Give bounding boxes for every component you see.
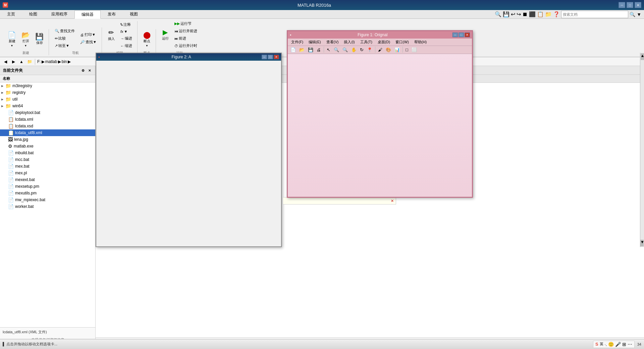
sidebar-close-button[interactable]: ✕ bbox=[87, 67, 93, 73]
fx-button[interactable]: fx ▼ bbox=[118, 28, 135, 35]
goto-button[interactable]: ↗ 转至▼ bbox=[52, 42, 77, 49]
file-mex-pl[interactable]: 📄 mex.pl bbox=[0, 170, 95, 176]
run-button[interactable]: ▶ 运行 bbox=[159, 27, 171, 42]
tool-icon-3[interactable]: ↩ bbox=[511, 11, 515, 17]
file-mexext[interactable]: 📄 mexext.bat bbox=[0, 176, 95, 183]
insert-button[interactable]: ✏ 插入 bbox=[105, 28, 117, 43]
print-button[interactable]: 🖨 打印▼ bbox=[78, 31, 99, 38]
sidebar-menu-button[interactable]: ⚙ bbox=[80, 67, 86, 73]
open-arrow[interactable]: ▼ bbox=[24, 44, 27, 47]
open-button[interactable]: 📂 打开 ▼ bbox=[19, 30, 32, 49]
fig1-menu-file[interactable]: 文件(F) bbox=[290, 39, 305, 45]
new-arrow[interactable]: ▼ bbox=[11, 44, 13, 47]
tab-editor[interactable]: 编辑器 bbox=[74, 10, 101, 19]
expand-arrow-reg[interactable]: ▶ bbox=[1, 91, 3, 94]
file-deploytool[interactable]: 📄 deploytool.bat bbox=[0, 109, 95, 116]
sogou-input-area[interactable]: S 英 ·, 🙂 🎤 ⊞ ⋯ bbox=[593, 341, 635, 348]
advance-button[interactable]: ⏭ 前进 bbox=[172, 35, 200, 42]
nav-path-matlab[interactable]: matlab bbox=[45, 59, 57, 64]
fig1-tool-2d[interactable]: □ bbox=[404, 47, 410, 53]
folder-win64[interactable]: ▶ 📁 win64 bbox=[0, 103, 95, 109]
fig1-tool-new[interactable]: 📄 bbox=[289, 47, 297, 53]
close-button[interactable]: ✕ bbox=[635, 2, 641, 8]
expand-arrow-m3i[interactable]: ▶ bbox=[1, 84, 3, 88]
fig1-menu-desktop[interactable]: 桌面(D) bbox=[376, 39, 391, 45]
save-button[interactable]: 💾 保存 bbox=[33, 32, 46, 47]
compare-button[interactable]: ⇔ 比较 bbox=[52, 35, 77, 42]
fig1-menu-insert[interactable]: 插入(I) bbox=[342, 39, 356, 45]
fig1-tool-zoom-out[interactable]: 🔍 bbox=[341, 47, 349, 53]
tool-icon-7[interactable]: 📋 bbox=[537, 11, 544, 17]
figure2-close[interactable]: ✕ bbox=[274, 55, 279, 59]
figure1-close[interactable]: ✕ bbox=[465, 33, 470, 37]
sogou-more-icon[interactable]: ⋯ bbox=[628, 342, 632, 347]
search-find-button[interactable]: 🔎 查找▼ bbox=[78, 39, 99, 46]
new-button[interactable]: 📄 新建 ▼ bbox=[5, 30, 18, 49]
fig1-tool-datacursor[interactable]: 📍 bbox=[366, 47, 374, 53]
nav-forward-button[interactable]: ▶ bbox=[10, 58, 17, 65]
fig1-tool-brush[interactable]: 🖌 bbox=[377, 47, 384, 53]
nav-path-f[interactable]: F: bbox=[37, 59, 41, 64]
nav-browse-button[interactable]: 📁 bbox=[26, 58, 33, 65]
fig1-tool-pan[interactable]: ✋ bbox=[350, 47, 358, 53]
fig1-tool-cursor[interactable]: ↖ bbox=[325, 47, 332, 53]
tab-publish[interactable]: 发布 bbox=[101, 10, 123, 18]
tool-icon-2[interactable]: 💾 bbox=[503, 11, 509, 17]
nav-back-button[interactable]: ◀ bbox=[2, 58, 9, 65]
fig1-menu-window[interactable]: 窗口(W) bbox=[394, 39, 410, 45]
figure2-minimize[interactable]: ─ bbox=[262, 55, 267, 59]
sogou-face-icon[interactable]: 🙂 bbox=[608, 342, 614, 347]
fig1-tool-colorbar[interactable]: 🎨 bbox=[384, 47, 392, 53]
fig1-tool-3d[interactable]: ⬜ bbox=[410, 47, 418, 53]
file-lcdata-utf8[interactable]: 📋 lcdata_utf8.xml bbox=[0, 129, 95, 136]
file-lena[interactable]: 🖼 lena.jpg bbox=[0, 136, 95, 143]
tool-icon-1[interactable]: 🔍 bbox=[495, 11, 501, 17]
bp-arrow[interactable]: ▼ bbox=[146, 44, 148, 47]
figure2-scrollbar[interactable]: ▲ ▼ bbox=[640, 53, 644, 247]
run-section-button[interactable]: ▶▶ 运行节 bbox=[172, 20, 200, 27]
tool-icon-5[interactable]: ⏹ bbox=[522, 11, 528, 17]
fig1-tool-print[interactable]: 🖨 bbox=[315, 47, 322, 53]
maximize-button[interactable]: □ bbox=[627, 2, 633, 8]
sogou-mic-icon[interactable]: 🎤 bbox=[615, 342, 621, 347]
file-mbuild[interactable]: 📄 mbuild.bat bbox=[0, 150, 95, 156]
scroll-thumb-down[interactable]: ▼ bbox=[640, 240, 644, 246]
file-mex-bat[interactable]: 📄 mex.bat bbox=[0, 163, 95, 170]
folder-util[interactable]: ▶ 📁 util bbox=[0, 96, 95, 103]
folder-registry[interactable]: ▶ 📁 registry bbox=[0, 89, 95, 96]
expand-arrow-win64[interactable]: ▶ bbox=[1, 105, 3, 108]
search-input[interactable] bbox=[561, 11, 628, 18]
figure1-minimize[interactable]: ─ bbox=[452, 33, 458, 37]
minimize-button[interactable]: ─ bbox=[619, 2, 625, 8]
tooltip-close[interactable]: ✕ bbox=[391, 199, 394, 203]
fig1-tool-save[interactable]: 💾 bbox=[307, 47, 315, 53]
file-mexutils[interactable]: 📄 mexutils.pm bbox=[0, 190, 95, 196]
find-file-button[interactable]: 🔍 查找文件 bbox=[52, 27, 77, 35]
tab-apps[interactable]: 应用程序 bbox=[44, 10, 74, 18]
fig1-tool-open[interactable]: 📂 bbox=[298, 47, 306, 53]
fig1-tool-legend[interactable]: 📊 bbox=[393, 47, 401, 53]
expand-arrow-util[interactable]: ▶ bbox=[1, 98, 3, 101]
comment-button[interactable]: % 注释 bbox=[118, 21, 135, 28]
tool-icon-6[interactable]: ⬛ bbox=[529, 11, 536, 17]
sogou-table-icon[interactable]: ⊞ bbox=[622, 342, 626, 347]
figure2-maximize[interactable]: □ bbox=[268, 55, 273, 59]
tab-plot[interactable]: 绘图 bbox=[22, 10, 44, 18]
search-go-icon[interactable]: 🔍 bbox=[630, 12, 635, 17]
folder-m3iregistry[interactable]: ▶ 📁 m3iregistry bbox=[0, 82, 95, 89]
file-matlab-exe[interactable]: ⚙ matlab.exe bbox=[0, 143, 95, 150]
file-lcdata-xsd[interactable]: 📋 lcdata.xsd bbox=[0, 123, 95, 129]
fig1-tool-zoom-in[interactable]: 🔍 bbox=[332, 47, 340, 53]
run-time-button[interactable]: ⏱ 运行并计时 bbox=[172, 42, 200, 49]
fig1-tool-rotate[interactable]: ↻ bbox=[359, 47, 365, 53]
indent-in-button[interactable]: → 编进 bbox=[118, 35, 135, 42]
fig1-menu-tools[interactable]: 工具(T) bbox=[359, 39, 374, 45]
figure1-maximize[interactable]: □ bbox=[459, 33, 464, 37]
tab-home[interactable]: 主页 bbox=[0, 10, 22, 18]
file-lcdata-xml[interactable]: 📋 lcdata.xml bbox=[0, 116, 95, 123]
file-mexsetup[interactable]: 📄 mexsetup.pm bbox=[0, 183, 95, 190]
file-mcc[interactable]: 📄 mcc.bat bbox=[0, 156, 95, 163]
file-worker[interactable]: 📄 worker.bat bbox=[0, 203, 95, 210]
file-mw-mpiexec[interactable]: 📄 mw_mpiexec.bat bbox=[0, 196, 95, 203]
fig1-menu-view[interactable]: 查看(V) bbox=[325, 39, 340, 45]
